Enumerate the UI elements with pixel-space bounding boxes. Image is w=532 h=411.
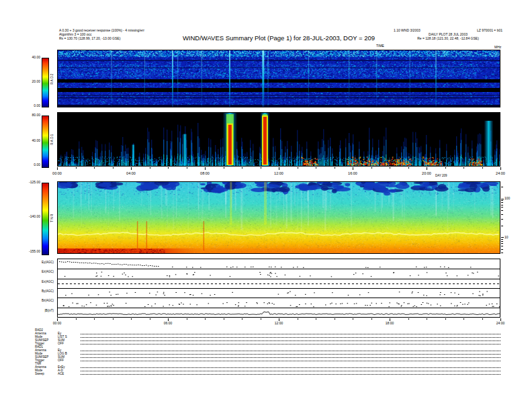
legend-dot-leader — [81, 367, 500, 368]
time-axis-upper: 00:0004:0008:0012:0016:0020:0024:00 — [57, 171, 501, 177]
rad2-colorbar — [42, 58, 49, 107]
frequency-tick-label: 10 — [504, 236, 508, 239]
tnr-colorbar-tick-bot: -155.00 — [20, 250, 40, 253]
freq-unit-label: MHz — [494, 45, 501, 49]
strip-charts — [58, 259, 500, 317]
legend-dot-leader — [81, 333, 500, 334]
rad2-spectrogram — [58, 50, 500, 107]
strip-label: Bz(AGC) — [42, 299, 54, 302]
tick-mark — [501, 200, 503, 201]
page-root: A 0.30 + 3 good receiver response (100%)… — [0, 0, 532, 411]
rad1-colorbar — [42, 116, 49, 168]
tick-mark — [501, 207, 503, 208]
time-tick-label: 20:00 — [422, 171, 431, 175]
time-axis-lower: 00:0006:0012:0018:0024:00 — [57, 321, 501, 326]
tick-mark — [501, 239, 503, 240]
rad2-axis-label: RAD2 — [50, 65, 55, 92]
tnr-colorbar — [42, 183, 49, 255]
rad1-colorbar-tick-mid: 40.00 — [20, 139, 40, 142]
frequency-tick-label: 100 — [504, 197, 510, 200]
legend-row-value: OFF — [58, 342, 81, 345]
tnr-colorbar-tick-top: -125.00 — [20, 181, 40, 184]
rad1-panel — [57, 112, 500, 167]
tick-mark — [501, 253, 503, 253]
time-axis-upper-major-ticks — [57, 167, 501, 170]
strip-label: Ey(AGC) — [42, 261, 54, 264]
tick-mark — [501, 249, 503, 250]
time-tick-label: 18:00 — [386, 321, 394, 325]
tick-mark — [501, 243, 503, 244]
time-tick-label: 24:00 — [496, 321, 505, 325]
time-tick-label: 16:00 — [348, 171, 357, 175]
tick-mark — [501, 199, 504, 199]
rad1-spectrogram — [58, 113, 500, 166]
header-right-info: 1.10 WND 3/2003 LZ 970001 = b01 DAILY PL… — [394, 28, 502, 40]
legend-dot-leader — [81, 350, 500, 351]
receiver-settings-legend: RAD2AntennaEyModeLIST SSUM/SEPSUMTrigger… — [35, 328, 500, 375]
time-tick-label: 12:00 — [275, 321, 283, 325]
header-lz-id: LZ 970001 = b01 — [477, 28, 502, 32]
legend-row-value: OFF — [58, 359, 81, 362]
tick-mark — [501, 210, 503, 211]
strip-label: Ex(AGC) — [42, 280, 54, 283]
time-tick-label: 00:00 — [53, 321, 62, 325]
tick-mark — [501, 246, 503, 246]
legend-dot-leader — [81, 360, 500, 361]
legend-dot-leader — [81, 357, 500, 358]
strip-chart-labels: Ey(AGC)Ez(AGC)Ex(AGC)By(AGC)Bz(AGC)|B|(n… — [27, 259, 55, 318]
tnr-frequency-axis: 10010 — [501, 0, 521, 411]
header-version: 1.10 WND 3/2003 — [394, 28, 420, 32]
legend-dot-leader — [81, 373, 500, 375]
tnr-spectrogram — [58, 182, 500, 253]
tick-mark — [501, 219, 503, 220]
legend-dot-leader — [81, 353, 500, 355]
time-tick-label: 06:00 — [164, 321, 173, 325]
strip-label: |B|(nT) — [44, 309, 54, 312]
rad1-axis-label: RAD1 — [50, 126, 55, 152]
legend-dot-leader — [81, 343, 500, 345]
tick-mark — [501, 237, 504, 238]
time-tick-label: 12:00 — [274, 171, 283, 175]
tick-mark — [501, 205, 503, 205]
tick-mark — [501, 226, 503, 226]
legend-dot-leader — [81, 336, 500, 338]
time-tick-label: 04:00 — [126, 171, 136, 175]
header-position-end: Re = 128.18 (121.30, 22.48, -12.84 GSE) — [394, 36, 502, 40]
tnr-panel — [57, 181, 500, 254]
legend-dot-leader — [81, 340, 500, 341]
strip-label: By(AGC) — [42, 289, 54, 293]
rad2-colorbar-tick-mid: 20.00 — [20, 80, 40, 83]
tick-mark — [501, 214, 503, 215]
rad1-colorbar-tick-top: 80.00 — [20, 113, 40, 117]
day-label: DAY 209 — [435, 174, 447, 178]
rad1-colorbar-tick-bot: 0.00 — [20, 163, 40, 167]
tick-mark — [501, 187, 503, 187]
tnr-colorbar-tick-mid: -140.00 — [20, 215, 40, 218]
legend-row-value: ACE — [58, 372, 81, 375]
rad2-panel — [57, 50, 500, 107]
tick-mark — [501, 241, 503, 242]
rad2-colorbar-tick-bot: 0.00 — [20, 104, 40, 107]
tick-mark — [501, 202, 503, 203]
time-tick-label: 08:00 — [200, 171, 210, 175]
legend-row: SweepACE — [35, 372, 500, 375]
legend-row-name: Sweep — [35, 372, 58, 375]
strip-label: Ez(AGC) — [42, 270, 54, 273]
legend-dot-leader — [81, 370, 500, 371]
tnr-axis-label: TNR — [50, 204, 55, 231]
strip-chart-block — [57, 259, 500, 318]
time-tick-label: 00:00 — [52, 171, 62, 175]
time-axis-title: TIME — [376, 44, 384, 48]
rad2-colorbar-tick-top: 40.00 — [20, 56, 40, 59]
